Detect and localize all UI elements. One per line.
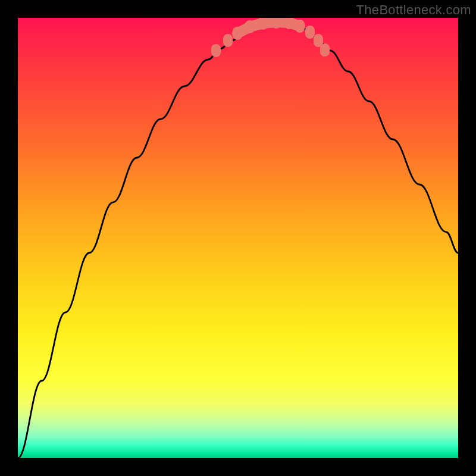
optimal-marker	[320, 43, 330, 57]
bottleneck-curve-left	[18, 20, 280, 458]
optimal-marker-group	[211, 18, 330, 57]
optimal-marker	[305, 26, 315, 39]
optimal-marker	[233, 27, 242, 40]
optimal-marker	[284, 18, 294, 29]
optimal-marker	[223, 34, 233, 47]
plot-area	[18, 18, 458, 458]
optimal-marker	[258, 18, 268, 30]
optimal-marker	[211, 44, 221, 57]
curve-svg	[18, 18, 458, 458]
optimal-marker	[245, 20, 255, 33]
optimal-marker	[271, 18, 281, 29]
optimal-marker	[295, 20, 305, 33]
watermark-text: TheBottleneck.com	[356, 2, 471, 18]
bottleneck-curve-right	[280, 20, 458, 253]
chart-frame: TheBottleneck.com	[0, 0, 476, 476]
